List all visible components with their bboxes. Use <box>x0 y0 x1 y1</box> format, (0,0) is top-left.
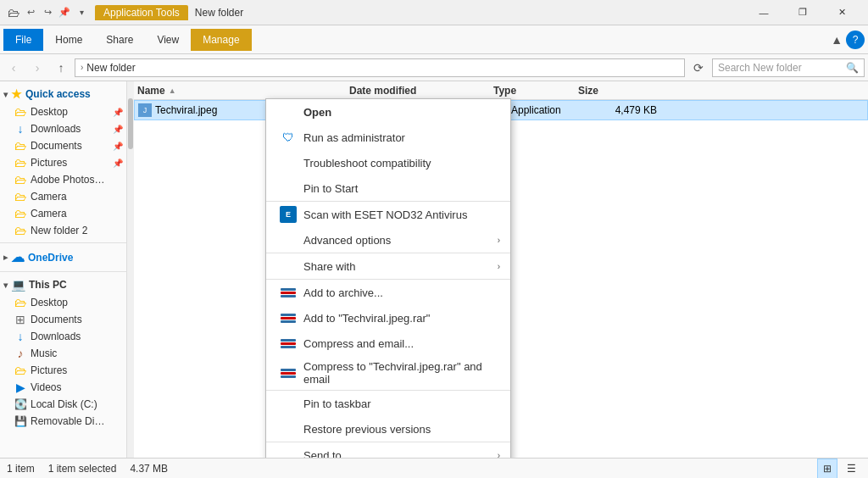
sidebar-scrollbar[interactable] <box>127 81 134 458</box>
system-icon-folder: 🗁 <box>7 6 20 19</box>
cm-compress-email[interactable]: Compress and email... <box>266 331 510 356</box>
cm-open-icon <box>280 103 297 120</box>
col-size-label: Size <box>578 85 598 97</box>
sidebar-item-documents-quick[interactable]: 🗁 Documents 📌 <box>0 137 126 154</box>
sidebar-item-label: Camera <box>31 191 67 203</box>
folder-icon: 💽 <box>14 397 27 411</box>
sidebar-item-desktop-pc[interactable]: 🗁 Desktop <box>0 294 126 311</box>
cm-open[interactable]: Open <box>266 99 510 125</box>
tab-share[interactable]: Share <box>94 29 145 51</box>
sidebar-item-label: New folder 2 <box>31 225 87 236</box>
cm-add-archive[interactable]: Add to archive... <box>266 279 510 305</box>
cm-add-rar[interactable]: Add to "Techviral.jpeg.rar" <box>266 305 510 331</box>
cm-rar-icon <box>280 364 297 381</box>
up-button[interactable]: ↑ <box>51 58 71 78</box>
address-bar: ‹ › ↑ › New folder ⟳ Search New folder 🔍 <box>0 54 868 81</box>
ribbon-collapse-button[interactable]: ▲ <box>831 33 843 47</box>
col-header-name[interactable]: Name ▲ <box>137 85 349 97</box>
refresh-button[interactable]: ⟳ <box>688 58 709 78</box>
address-path[interactable]: › New folder <box>75 58 685 77</box>
sidebar-onedrive-label: OneDrive <box>28 252 73 264</box>
folder-icon: 🗁 <box>14 173 27 186</box>
cm-eset-scan[interactable]: E Scan with ESET NOD32 Antivirus <box>266 201 510 227</box>
sidebar-onedrive[interactable]: ▸ ☁ OneDrive <box>0 247 126 268</box>
view-details-button[interactable]: ⊞ <box>817 459 837 479</box>
tab-home[interactable]: Home <box>43 29 94 51</box>
sidebar-item-pictures-pc[interactable]: 🗁 Pictures <box>0 362 126 379</box>
sidebar-item-label: Pictures <box>31 157 67 169</box>
system-icon-redo: ↪ <box>41 6 54 19</box>
sidebar-item-newfolder2[interactable]: 🗁 New folder 2 <box>0 222 126 239</box>
tab-view[interactable]: View <box>145 29 191 51</box>
sidebar-item-documents-pc[interactable]: ⊞ Documents <box>0 311 126 328</box>
cm-restore-label: Restore previous versions <box>303 423 431 436</box>
sidebar-item-videos-pc[interactable]: ▶ Videos <box>0 379 126 396</box>
view-list-button[interactable]: ☰ <box>841 459 861 479</box>
cm-advanced[interactable]: Advanced options › <box>266 227 510 253</box>
minimize-button[interactable]: — <box>744 0 783 25</box>
cm-share-with-label: Share with <box>303 260 355 273</box>
title-bar-title: New folder <box>195 7 744 19</box>
sort-icon: ▲ <box>169 86 176 95</box>
sidebar-scrollbar-thumb[interactable] <box>128 98 133 149</box>
sidebar-item-desktop-quick[interactable]: 🗁 Desktop 📌 <box>0 103 126 120</box>
cm-no-icon <box>280 395 297 412</box>
forward-button[interactable]: › <box>27 58 47 78</box>
cm-no-icon <box>280 447 297 458</box>
pin-icon: 📌 <box>113 158 123 168</box>
sidebar-item-downloads-quick[interactable]: ↓ Downloads 📌 <box>0 120 126 137</box>
sidebar-item-label: Local Disk (C:) <box>31 398 97 410</box>
cm-no-icon <box>280 420 297 437</box>
cm-arrow-icon: › <box>498 236 500 245</box>
col-header-size[interactable]: Size <box>578 85 646 97</box>
folder-icon: 🗁 <box>14 207 27 220</box>
sidebar-thispc[interactable]: ▾ 💻 This PC <box>0 275 126 294</box>
sidebar-item-localc[interactable]: 💽 Local Disk (C:) <box>0 396 126 413</box>
cm-run-admin[interactable]: 🛡 Run as administrator <box>266 125 510 150</box>
sidebar-quickaccess-header[interactable]: ▾ ★ Quick access <box>0 85 126 103</box>
sidebar-item-label: Removable Disk ... <box>31 415 107 427</box>
col-name-label: Name <box>137 85 165 97</box>
col-header-date[interactable]: Date modified <box>349 85 493 97</box>
sidebar-item-pictures-quick[interactable]: 🗁 Pictures 📌 <box>0 154 126 171</box>
tab-manage[interactable]: Manage <box>191 29 251 51</box>
sidebar-item-downloads-pc[interactable]: ↓ Downloads <box>0 328 126 345</box>
col-type-label: Type <box>493 85 516 97</box>
chevron-icon: ▾ <box>3 281 8 290</box>
file-size-cell: 4,479 KB <box>596 104 664 116</box>
sidebar-thispc-label: This PC <box>29 279 67 291</box>
back-button[interactable]: ‹ <box>3 58 24 78</box>
file-name: Techviral.jpeg <box>155 104 217 116</box>
folder-icon: 🗁 <box>14 296 27 309</box>
cm-pin-taskbar[interactable]: Pin to taskbar <box>266 390 510 416</box>
cm-pin-taskbar-label: Pin to taskbar <box>303 397 371 410</box>
sidebar-item-camera2[interactable]: 🗁 Camera <box>0 205 126 222</box>
sidebar-item-adobe[interactable]: 🗁 Adobe Photosho... <box>0 171 126 188</box>
file-icon: J <box>138 103 152 117</box>
help-button[interactable]: ? <box>846 31 865 49</box>
pin-icon: 📌 <box>113 125 123 134</box>
cm-restore[interactable]: Restore previous versions <box>266 416 510 442</box>
close-button[interactable]: ✕ <box>822 0 861 25</box>
folder-icon: ▶ <box>14 381 27 394</box>
cm-troubleshoot[interactable]: Troubleshoot compatibility <box>266 150 510 175</box>
sidebar-item-camera1[interactable]: 🗁 Camera <box>0 188 126 205</box>
system-icon-pin: 📌 <box>58 6 71 19</box>
cm-send-to[interactable]: Send to › <box>266 442 510 458</box>
cm-run-admin-label: Run as administrator <box>303 131 405 144</box>
cm-add-rar-label: Add to "Techviral.jpeg.rar" <box>303 312 430 325</box>
tab-file[interactable]: File <box>3 29 43 51</box>
col-header-type[interactable]: Type <box>493 85 578 97</box>
sidebar-divider <box>0 242 126 243</box>
sidebar-item-removable[interactable]: 💾 Removable Disk ... <box>0 413 126 430</box>
file-type: Application <box>511 104 561 116</box>
cm-pin-start[interactable]: Pin to Start <box>266 175 510 201</box>
folder-icon: 🗁 <box>14 190 27 203</box>
folder-icon: ⊞ <box>14 313 27 326</box>
maximize-button[interactable]: ❐ <box>783 0 822 25</box>
cm-share-with[interactable]: Share with › <box>266 253 510 279</box>
sidebar-item-label: Downloads <box>31 331 81 342</box>
cm-compress-rar-email[interactable]: Compress to "Techviral.jpeg.rar" and ema… <box>266 356 510 390</box>
search-box[interactable]: Search New folder 🔍 <box>712 58 865 77</box>
sidebar-item-music-pc[interactable]: ♪ Music <box>0 345 126 362</box>
